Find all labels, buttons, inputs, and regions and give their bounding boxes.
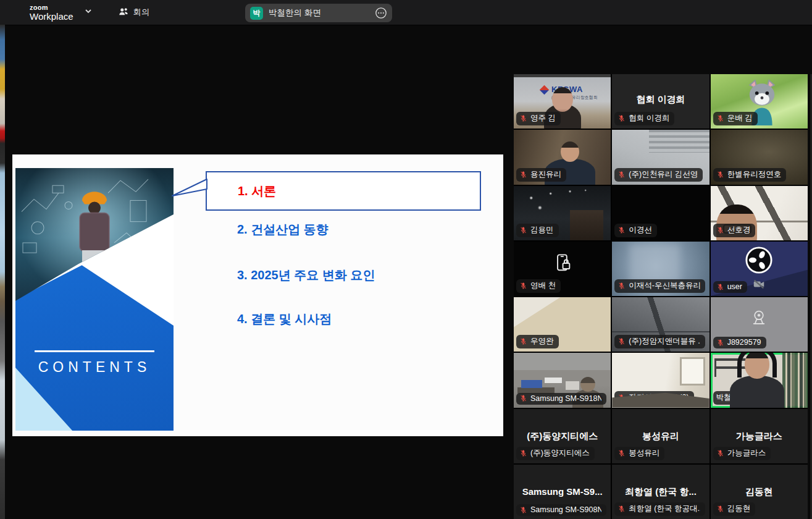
muted-mic-icon [617, 114, 626, 122]
contents-divider-line [35, 350, 155, 352]
participant-tile[interactable]: 선호경 [711, 186, 808, 240]
participant-tile[interactable]: 김용민 [514, 186, 611, 240]
shared-screen-title: 박철한의 화면 [269, 7, 375, 19]
participant-tile[interactable]: (주)동양지티에스(주)동양지티에스 [514, 409, 611, 463]
participant-label: (주)동양지티에스 [516, 447, 595, 460]
participant-label: 협회 이경희 [614, 112, 674, 125]
participant-display-name: 최항열 (한국 항... [612, 486, 709, 498]
kfgwa-logo-icon [540, 85, 550, 95]
participant-tile[interactable]: (주)정암지앤더블유 ... [612, 297, 709, 352]
muted-mic-icon [716, 283, 724, 291]
participant-label-text: 김동현 [727, 504, 751, 514]
participant-display-name: 봉성유리 [612, 431, 709, 442]
participant-label-text: J8929579 [727, 338, 761, 347]
sharer-avatar: 박 [250, 7, 263, 20]
muted-mic-icon [716, 505, 724, 513]
muted-mic-icon [617, 171, 626, 179]
participant-label-text: 영배 천 [530, 281, 556, 291]
participant-display-name: 협회 이경희 [612, 94, 709, 106]
participant-label: 영배 천 [516, 279, 561, 293]
participant-label-text: 선호경 [727, 225, 751, 235]
participant-tile[interactable]: 용진유리 [514, 130, 611, 184]
participant-display-name: (주)동양지티에스 [514, 431, 611, 442]
muted-mic-icon [519, 282, 527, 290]
participant-tile[interactable]: 박철한 [711, 353, 808, 407]
logo-workplace-text: Workplace [30, 12, 73, 21]
participant-tile[interactable]: 봉성유리봉성유리 [612, 409, 709, 463]
muted-mic-icon [519, 337, 527, 345]
participant-label: 김동현 [713, 502, 756, 516]
muted-mic-icon [519, 394, 527, 402]
participant-label-text: 용진유리 [530, 169, 561, 180]
participant-label-text: 이재석-우신복층유리 [629, 281, 700, 291]
muted-mic-icon [716, 449, 724, 457]
muted-mic-icon [519, 226, 527, 234]
participant-tile[interactable]: Samsung SM-S9...Samsung SM-S908N [514, 465, 611, 519]
participant-tile[interactable]: (주)인천유리 김선영 [612, 130, 709, 184]
muted-mic-icon [617, 394, 626, 402]
participant-label: J8929579 [713, 337, 766, 348]
participant-tile[interactable]: 운배 김 [711, 74, 808, 129]
participant-label: 최항열 (한국 항공대... [614, 502, 705, 516]
zoom-meeting-window: zoom Workplace 회의 박 박철한의 화면 [0, 0, 812, 519]
top-bar: zoom Workplace 회의 박 박철한의 화면 [0, 0, 812, 25]
participant-tile[interactable]: 우영완 [514, 297, 611, 352]
participant-label-text: Samsung SM-S908N [530, 505, 601, 514]
zoom-workplace-logo: zoom Workplace [30, 4, 73, 21]
participant-tile[interactable]: 이재석-우신복층유리 [612, 242, 709, 296]
muted-mic-icon [519, 506, 527, 514]
participant-label-text: (주)정암지앤더블유 ... [629, 336, 700, 347]
participant-tile[interactable]: 김동현김동현 [711, 465, 808, 519]
participant-label: 이경선 [614, 224, 657, 237]
participant-tile[interactable]: 영배 천 [514, 242, 611, 296]
participant-label-text: 가능글라스 [727, 448, 766, 458]
participant-label-text: 최항열 (한국 항공대... [629, 504, 700, 514]
participant-label: 선호경 [713, 224, 756, 237]
participant-label-text: 우영완 [530, 336, 554, 347]
toc-item-2: 2. 건설산업 동향 [237, 221, 329, 238]
participant-tile[interactable]: 이경선 [612, 186, 709, 240]
callout-tail [172, 178, 207, 200]
participant-label-text: 이경선 [629, 225, 652, 235]
participant-tile[interactable]: 최항열 (한국 항...최항열 (한국 항공대... [612, 465, 709, 519]
participant-label: Samsung SM-S918N [516, 393, 606, 405]
participant-tile[interactable]: J8929579 [711, 297, 808, 352]
share-more-button[interactable] [375, 7, 387, 19]
muted-mic-icon [617, 282, 626, 290]
muted-mic-icon [617, 449, 626, 457]
workspace-dropdown-button[interactable] [82, 6, 94, 19]
muted-mic-icon [716, 339, 724, 347]
people-icon [118, 6, 129, 19]
participant-label: 전진석의 iPad (2) [614, 391, 693, 405]
participant-label: 김용민 [516, 224, 559, 237]
person-silhouette [730, 376, 784, 408]
muted-mic-icon [716, 171, 724, 179]
locked-phone-icon [552, 253, 573, 274]
participant-tile[interactable]: 가능글라스가능글라스 [711, 409, 808, 463]
muted-mic-icon [519, 114, 527, 122]
participant-label: 영주 김 [516, 112, 561, 125]
tab-meeting[interactable]: 회의 [118, 6, 150, 19]
shared-screen-pill[interactable]: 박 박철한의 화면 [245, 4, 392, 22]
obs-logo [745, 246, 773, 274]
participant-tile[interactable]: 전진석의 iPad (2) [612, 353, 709, 407]
desktop-edge-strip [0, 25, 5, 519]
participant-label-text: 협회 이경희 [629, 113, 669, 124]
meeting-tab-label: 회의 [133, 7, 150, 18]
logo-zoom-text: zoom [30, 4, 73, 11]
muted-mic-icon [617, 505, 626, 513]
slide-art-column: CONTENTS [15, 168, 174, 431]
participant-tile[interactable]: KFGWA(사)한국판유리창호협회영주 김 [514, 74, 611, 129]
participant-tile[interactable]: user [711, 242, 808, 296]
participant-label-text: Samsung SM-S918N [530, 394, 601, 403]
shared-slide: CONTENTS 1. 서론 2. 건설산업 동향 3. 2025년 주요 변화… [12, 154, 503, 436]
ellipsis-circle-icon [375, 7, 387, 19]
participant-tile[interactable]: 한별유리정연호 [711, 130, 808, 184]
participant-label: 한별유리정연호 [713, 168, 787, 182]
toc-active-box: 1. 서론 [206, 171, 481, 211]
participant-label-text: 전진석의 iPad (2) [629, 392, 689, 403]
muted-mic-icon [716, 226, 724, 234]
participant-label-text: (주)동양지티에스 [530, 448, 590, 458]
participant-tile[interactable]: Samsung SM-S918N [514, 353, 611, 407]
participant-tile[interactable]: 협회 이경희협회 이경희 [612, 74, 709, 129]
